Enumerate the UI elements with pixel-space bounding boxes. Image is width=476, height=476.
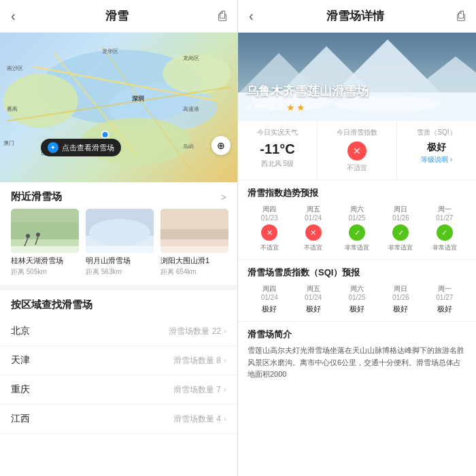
weather-wind: 西北风 5级 bbox=[243, 159, 311, 169]
map-tooltip[interactable]: ✦ 点击查看滑雪场 bbox=[41, 139, 121, 156]
weather-cell-quality: 雪质（SQI） 极好 等级说明 › bbox=[397, 121, 476, 180]
region-item-2[interactable]: 重庆 滑雪场数量 7 › bbox=[0, 375, 237, 405]
region-0-arrow: › bbox=[224, 326, 226, 336]
weather-index-icon: ✕ bbox=[347, 141, 367, 160]
sqi-1-value: 极好 bbox=[291, 304, 335, 314]
ski-card-0[interactable]: 桂林天湖滑雪场 距离 505km bbox=[11, 209, 79, 277]
map-compass-button[interactable]: ⊕ bbox=[211, 136, 231, 155]
sqi-col-4: 周一 01/27 极好 bbox=[423, 284, 466, 314]
region-2-name: 重庆 bbox=[11, 384, 30, 396]
forecast-4-day: 周一 bbox=[423, 205, 466, 214]
forecast-row: 周四 01/23 ✕ 不适宜 周五 01/24 ✕ 不适宜 周六 01/25 ✓ bbox=[248, 205, 466, 252]
forecast-1-icon-symbol: ✕ bbox=[310, 228, 316, 237]
right-header: ‹ 滑雪场详情 ⎙ bbox=[238, 0, 476, 33]
forecast-col-2: 周六 01/25 ✓ 非常适宜 bbox=[335, 205, 379, 252]
forecast-3-icon: ✓ bbox=[392, 224, 409, 241]
right-back-button[interactable]: ‹ bbox=[249, 8, 254, 24]
left-share-button[interactable]: ⎙ bbox=[218, 8, 226, 24]
intro-text: 雪莲山高尔夫灯光滑雪场坐落在天山山脉博格达峰脚下的旅游名胜风景区水磨沟。离市中心… bbox=[248, 345, 466, 381]
ski-card-1-name: 明月山滑雪场 bbox=[86, 256, 154, 266]
region-3-arrow: › bbox=[224, 414, 226, 424]
ski-card-1-dist: 距离 563km bbox=[86, 267, 154, 277]
forecast-4-status: 非常适宜 bbox=[423, 243, 466, 252]
map-roads: 南沙区 龙华区 龙岗区 番禺 深圳 高速港 香港 澳门 珠海 岛屿 bbox=[0, 33, 237, 182]
divider bbox=[0, 285, 237, 290]
region-2-arrow: › bbox=[224, 385, 226, 394]
right-content: 乌鲁木齐雪莲山滑雪场 推荐等级： ★ ★ ★ 今日实况天气 -11°C 西北风 … bbox=[238, 33, 476, 476]
region-list: 北京 滑雪场数量 22 › 天津 滑雪场数量 8 › 重庆 滑雪场数量 7 › … bbox=[0, 317, 237, 476]
svg-point-19 bbox=[102, 131, 109, 138]
forecast-col-0: 周四 01/23 ✕ 不适宜 bbox=[248, 205, 291, 252]
tooltip-text: 点击查看滑雪场 bbox=[62, 143, 114, 153]
sqi-2-value: 极好 bbox=[335, 304, 379, 314]
ski-card-1[interactable]: 明月山滑雪场 距离 563km bbox=[86, 209, 154, 277]
right-share-button[interactable]: ⎙ bbox=[457, 8, 465, 24]
svg-point-25 bbox=[36, 233, 40, 237]
forecast-3-day: 周日 bbox=[379, 205, 422, 214]
left-title: 滑雪 bbox=[105, 8, 129, 24]
region-1-count: 滑雪场数量 8 bbox=[173, 355, 221, 367]
sqi-4-day: 周一 bbox=[423, 284, 466, 294]
forecast-2-icon-symbol: ✓ bbox=[354, 228, 360, 237]
intro-title: 滑雪场简介 bbox=[248, 328, 466, 341]
weather-quality-value: 极好 bbox=[403, 141, 471, 154]
forecast-0-icon-symbol: ✕ bbox=[267, 228, 273, 237]
sqi-1-day: 周五 bbox=[291, 284, 335, 294]
forecast-col-3: 周日 01/26 ✓ 非常适宜 bbox=[379, 205, 422, 252]
resort-name: 乌鲁木齐雪莲山滑雪场 bbox=[246, 84, 369, 99]
region-2-count: 滑雪场数量 7 bbox=[173, 384, 221, 396]
weather-cell-index: 今日滑雪指数 ✕ 不适宜 bbox=[318, 121, 397, 180]
nearby-title: 附近滑雪场 bbox=[11, 190, 62, 203]
forecast-1-date: 01/24 bbox=[291, 214, 335, 222]
sqi-0-date: 01/24 bbox=[248, 294, 291, 301]
sqi-3-date: 01/26 bbox=[379, 294, 422, 301]
stars-container: ★ ★ ★ bbox=[286, 102, 316, 113]
star-1: ★ bbox=[286, 102, 295, 113]
sqi-row: 周四 01/24 极好 周五 01/24 极好 周六 01/25 极好 周日 0… bbox=[248, 284, 466, 314]
nearby-header: 附近滑雪场 > bbox=[0, 182, 237, 209]
weather-quality-label: 雪质（SQI） bbox=[403, 128, 471, 137]
left-header: ‹ 滑雪 ⎙ bbox=[0, 0, 237, 33]
sqi-title: 滑雪场雪质指数（SQI）预报 bbox=[248, 267, 466, 279]
svg-text:番禺: 番禺 bbox=[7, 106, 18, 112]
svg-rect-35 bbox=[160, 209, 228, 229]
left-panel: ‹ 滑雪 ⎙ 南沙区 龙华区 龙岗区 bbox=[0, 0, 238, 476]
svg-text:龙华区: 龙华区 bbox=[102, 48, 118, 54]
sqi-4-value: 极好 bbox=[423, 304, 466, 314]
region-item-3[interactable]: 江西 滑雪场数量 4 › bbox=[0, 405, 237, 434]
sqi-3-value: 极好 bbox=[379, 304, 422, 314]
sqi-3-day: 周日 bbox=[379, 284, 422, 294]
ski-card-2[interactable]: 浏阳大围山滑1 距离 654km bbox=[160, 209, 228, 277]
forecast-1-icon: ✕ bbox=[305, 224, 322, 241]
nearby-arrow[interactable]: > bbox=[221, 192, 226, 203]
map-container[interactable]: 南沙区 龙华区 龙岗区 番禺 深圳 高速港 香港 澳门 珠海 岛屿 ✦ 点击查看… bbox=[0, 33, 237, 182]
ski-cards-list: 桂林天湖滑雪场 距离 505km 明月山滑雪场 距离 563km bbox=[0, 209, 237, 285]
svg-point-31 bbox=[89, 219, 150, 246]
forecast-0-icon: ✕ bbox=[261, 224, 277, 241]
ski-card-1-image bbox=[86, 209, 154, 253]
forecast-title: 滑雪指数趋势预报 bbox=[248, 187, 466, 199]
sqi-col-1: 周五 01/24 极好 bbox=[291, 284, 335, 314]
weather-cell-temp: 今日实况天气 -11°C 西北风 5级 bbox=[238, 121, 318, 180]
svg-rect-34 bbox=[160, 246, 228, 253]
weather-row: 今日实况天气 -11°C 西北风 5级 今日滑雪指数 ✕ 不适宜 雪质（SQI）… bbox=[238, 121, 476, 180]
region-item-0[interactable]: 北京 滑雪场数量 22 › bbox=[0, 317, 237, 346]
weather-quality-link[interactable]: 等级说明 › bbox=[403, 155, 471, 165]
sqi-2-date: 01/25 bbox=[335, 294, 379, 301]
left-back-button[interactable]: ‹ bbox=[11, 8, 16, 24]
region-0-name: 北京 bbox=[11, 325, 30, 337]
svg-rect-27 bbox=[11, 209, 79, 222]
sqi-0-day: 周四 bbox=[248, 284, 291, 294]
region-item-1[interactable]: 天津 滑雪场数量 8 › bbox=[0, 346, 237, 375]
resort-rating: 推荐等级： ★ ★ ★ bbox=[246, 102, 316, 113]
forecast-2-day: 周六 bbox=[335, 205, 379, 214]
forecast-0-status: 不适宜 bbox=[248, 243, 291, 252]
region-0-count: 滑雪场数量 22 bbox=[169, 326, 221, 337]
sqi-0-value: 极好 bbox=[248, 304, 291, 314]
forecast-1-status: 不适宜 bbox=[291, 243, 335, 252]
svg-text:澳门: 澳门 bbox=[3, 140, 14, 146]
forecast-2-icon: ✓ bbox=[349, 224, 365, 241]
region-title: 按区域查找滑雪场 bbox=[11, 299, 226, 311]
svg-text:高速港: 高速港 bbox=[183, 106, 199, 112]
forecast-3-status: 非常适宜 bbox=[379, 243, 422, 252]
